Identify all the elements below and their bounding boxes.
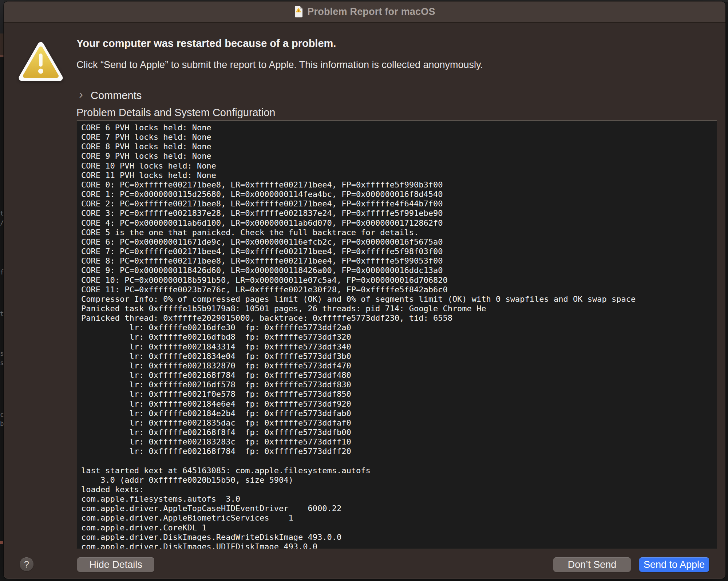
hide-details-label: Hide Details xyxy=(89,559,142,570)
window-title: Problem Report for macOS xyxy=(307,6,435,17)
help-button[interactable]: ? xyxy=(20,557,33,571)
warning-icon xyxy=(18,40,63,84)
send-to-apple-label: Send to Apple xyxy=(644,559,705,570)
comments-label: Comments xyxy=(91,90,142,102)
dont-send-button[interactable]: Don’t Send xyxy=(553,557,631,572)
problem-details-log[interactable]: CORE 6 PVH locks held: None CORE 7 PVH l… xyxy=(76,120,717,549)
backdrop-text-fragment: s xyxy=(0,359,4,367)
send-to-apple-button[interactable]: Send to Apple xyxy=(639,557,709,572)
backdrop-text-fragment: t xyxy=(0,310,4,317)
problem-report-document-icon xyxy=(294,6,303,17)
comments-disclosure[interactable]: › Comments xyxy=(79,89,142,102)
problem-report-window: Problem Report for macOS Your computer w… xyxy=(4,1,725,579)
backdrop-text-fragment: c xyxy=(0,411,4,418)
backdrop-text-fragment: t xyxy=(0,209,4,217)
backdrop-text-fragment: f xyxy=(0,268,4,276)
help-button-label: ? xyxy=(24,559,29,570)
dont-send-label: Don’t Send xyxy=(568,559,617,570)
backdrop-text-fragment: / xyxy=(0,219,4,226)
hide-details-button[interactable]: Hide Details xyxy=(77,557,154,572)
backdrop-color-fragment xyxy=(0,541,3,544)
alert-subtext: Click “Send to Apple” to submit the repo… xyxy=(76,59,483,71)
details-section-label: Problem Details and System Configuration xyxy=(76,107,275,119)
backdrop-text-fragment: b xyxy=(0,420,4,427)
chevron-right-icon: › xyxy=(79,88,83,101)
titlebar[interactable]: Problem Report for macOS xyxy=(4,1,725,23)
alert-heading: Your computer was restarted because of a… xyxy=(76,37,336,50)
backdrop-text-fragment: s xyxy=(0,349,4,357)
